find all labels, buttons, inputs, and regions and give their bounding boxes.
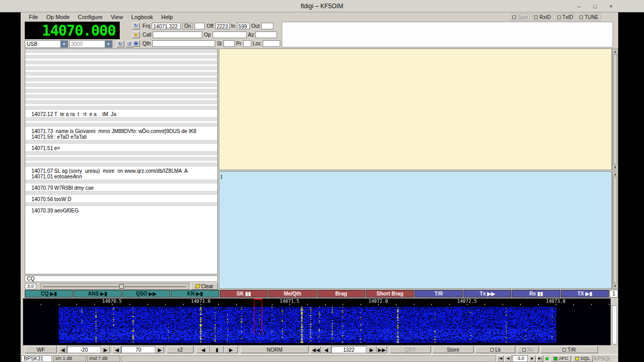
macro-button-cq[interactable]: CQ ▶▮ <box>25 290 73 298</box>
scrollbar-thumb[interactable] <box>613 54 617 164</box>
waterfall-canvas[interactable] <box>23 305 610 345</box>
freq-left-fast-button[interactable]: ◀◀ <box>311 346 321 353</box>
range-value[interactable]: 70 <box>121 346 155 353</box>
txid-toggle[interactable]: TxID <box>555 13 575 21</box>
atten-last-button[interactable]: ▶| <box>537 355 543 362</box>
browser-row[interactable]: 14070.56tooW D <box>25 196 217 202</box>
sql-toggle[interactable]: SQL <box>572 355 593 362</box>
macro-button-ans[interactable]: ANS ▶▮ <box>73 290 121 298</box>
upper-level-down-button[interactable]: ◀ <box>58 346 67 353</box>
scroll-right-button[interactable]: ▶ <box>224 346 238 353</box>
minimize-button[interactable]: – <box>573 2 585 10</box>
macro-button-brag[interactable]: Brag <box>317 290 365 298</box>
audio-freq-value[interactable]: 1322 <box>331 346 366 353</box>
browser-row[interactable] <box>25 66 217 72</box>
rxid-toggle[interactable]: RxID <box>532 13 553 21</box>
in-input[interactable]: 599 <box>237 23 250 29</box>
chevron-down-icon[interactable]: ▼ <box>60 41 68 47</box>
clear-button[interactable]: Clear <box>191 283 218 290</box>
browser-row[interactable] <box>25 140 217 145</box>
scroll-down-icon[interactable]: ▼ <box>614 165 617 170</box>
browser-row[interactable] <box>25 117 217 123</box>
scroll-up-icon[interactable]: ▲ <box>614 172 617 176</box>
on-label[interactable]: On <box>182 23 193 29</box>
store-button[interactable]: Store <box>432 346 474 353</box>
squelch-slider[interactable] <box>40 283 189 290</box>
range-down-button[interactable]: ◀ <box>112 346 121 353</box>
freq-left-button[interactable]: ◀ <box>321 346 331 353</box>
browser-row[interactable]: 14071.01eotoaeeAnn <box>25 174 217 179</box>
browser-row[interactable]: 14071.73 name is Giovanni mrno JM88DVfo:… <box>25 128 217 134</box>
frq-input[interactable]: 14071.322 <box>152 23 181 29</box>
chevron-down-icon[interactable]: ▼ <box>105 41 112 47</box>
menu-item-view[interactable]: View <box>107 14 127 20</box>
rx-scrollbar[interactable]: ▲ ▼ <box>612 48 618 170</box>
browser-row[interactable] <box>25 89 217 94</box>
macro-button-me-qth[interactable]: Me/Qth <box>268 290 316 298</box>
macro-button-rx[interactable]: Rx ▮▮ <box>512 290 560 298</box>
on-input[interactable] <box>195 23 205 29</box>
bandwidth-select[interactable]: 3000 ▼ <box>69 40 112 48</box>
macro-button-t-r[interactable]: T/R <box>414 290 462 298</box>
browser-row[interactable] <box>25 157 217 162</box>
waterfall-ruler[interactable] <box>23 299 610 305</box>
az-input[interactable] <box>255 31 277 38</box>
tune-toggle[interactable]: TUNE <box>577 13 601 21</box>
qsy-button[interactable]: QSY <box>390 346 431 353</box>
upper-level-up-button[interactable]: ▶ <box>101 346 110 353</box>
afc-toggle[interactable]: AFC <box>551 355 571 362</box>
browser-row[interactable]: 14071.59: eTaD eTaTati <box>25 134 217 140</box>
clear-entry-button[interactable]: ◆ <box>132 31 140 38</box>
scrollbar-thumb[interactable] <box>613 177 617 283</box>
rig-mode-select[interactable]: USB ▼ <box>25 40 68 48</box>
pr-input[interactable] <box>243 40 251 47</box>
carrier-mode-button[interactable]: NORM <box>240 346 309 353</box>
lock-toggle[interactable]: Lk <box>475 346 516 353</box>
op-input[interactable] <box>213 31 247 38</box>
off-input[interactable]: 2223 <box>215 23 230 29</box>
browser-row[interactable]: 14070.79W7RšBl dmy cae <box>25 185 217 191</box>
close-button[interactable]: × <box>605 2 617 10</box>
log-notes-panel[interactable] <box>282 22 613 47</box>
loc-input[interactable] <box>263 40 280 47</box>
browser-row[interactable] <box>25 60 217 66</box>
browser-row[interactable] <box>25 100 217 106</box>
browser-row[interactable] <box>25 77 217 83</box>
freq-right-fast-button[interactable]: ▶▶ <box>377 346 387 353</box>
menu-item-configure[interactable]: Configure <box>74 14 107 20</box>
browser-row[interactable] <box>25 72 217 77</box>
qrz-lookup-button[interactable]: ↻ <box>132 23 140 29</box>
browser-row[interactable] <box>25 94 217 100</box>
macro-button-short-brag[interactable]: Short Brag <box>366 290 414 298</box>
atten-value[interactable]: -3.0 <box>512 355 528 362</box>
browser-row[interactable] <box>25 202 217 208</box>
macro-button-kn[interactable]: KN ▶▮ <box>171 290 219 298</box>
atten-down-button[interactable]: ◀ <box>505 355 511 362</box>
tx-text-panel[interactable]: I <box>219 171 612 289</box>
atten-up-button[interactable]: ▶ <box>529 355 536 362</box>
qth-input[interactable] <box>152 40 215 47</box>
browser-row[interactable] <box>25 151 217 157</box>
browser-row[interactable] <box>25 106 217 111</box>
txrx-toggle[interactable]: T/R <box>540 346 598 353</box>
spot-toggle[interactable]: Spot <box>510 13 530 21</box>
atten-first-button[interactable]: |◀ <box>497 355 504 362</box>
st-input[interactable] <box>223 40 235 47</box>
wf-mode-button[interactable]: WF <box>25 346 57 353</box>
browser-row[interactable]: 14072.12T te a ra t rt e a tM Ja <box>25 111 217 117</box>
macro-button-tx[interactable]: TX ▶▮ <box>561 290 609 298</box>
reverse-toggle[interactable]: Rv <box>517 346 539 353</box>
upper-level-value[interactable]: -20 <box>67 346 101 353</box>
scroll-left-button[interactable]: ◀ <box>196 346 210 353</box>
waterfall-side-slider[interactable] <box>612 305 617 344</box>
scroll-up-icon[interactable]: ▲ <box>614 49 617 54</box>
browser-entry[interactable]: CQ <box>25 275 218 282</box>
zoom-button[interactable]: x2 <box>167 346 194 353</box>
rx-text-panel[interactable] <box>219 48 612 170</box>
menu-item-help[interactable]: Help <box>157 14 178 20</box>
browser-row[interactable] <box>25 191 217 196</box>
tx-scrollbar[interactable]: ▲ ▼ <box>612 171 618 289</box>
maximize-button[interactable]: □ <box>589 2 601 10</box>
scroll-down-icon[interactable]: ▼ <box>614 284 617 288</box>
freq-right-button[interactable]: ▶ <box>366 346 377 353</box>
